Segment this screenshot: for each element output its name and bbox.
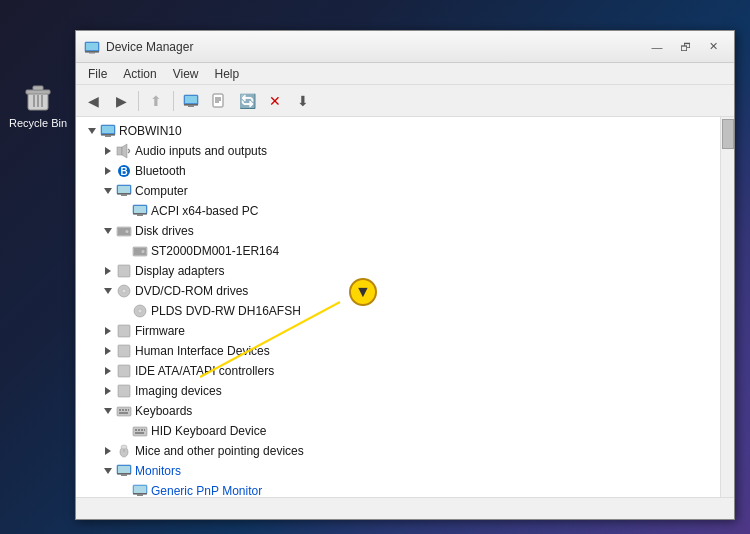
svg-marker-46: [104, 288, 112, 294]
item-label-genericpnp: Generic PnP Monitor: [151, 484, 262, 497]
forward-button[interactable]: ▶: [108, 89, 134, 113]
tree-item-audio[interactable]: Audio inputs and outputs: [76, 141, 720, 161]
item-label-robwin10: ROBWIN10: [119, 124, 182, 138]
arrow-indicator: ▼: [349, 278, 377, 306]
svg-marker-28: [104, 188, 112, 194]
tree-item-monitors[interactable]: Monitors: [76, 461, 720, 481]
svg-rect-20: [102, 126, 114, 133]
tree-item-imaging[interactable]: Imaging devices: [76, 381, 720, 401]
svg-text:B: B: [120, 166, 127, 177]
tree-item-bluetooth[interactable]: BBluetooth: [76, 161, 720, 181]
svg-rect-62: [122, 409, 124, 411]
expander-hid[interactable]: [100, 343, 116, 359]
expander-diskdrives[interactable]: [100, 223, 116, 239]
menu-file[interactable]: File: [80, 65, 115, 83]
svg-marker-76: [104, 468, 112, 474]
svg-rect-69: [141, 429, 143, 431]
item-label-diskdrives: Disk drives: [135, 224, 194, 238]
tree-item-computer[interactable]: Computer: [76, 181, 720, 201]
svg-marker-57: [105, 387, 111, 395]
tree-item-hid[interactable]: Human Interface Devices: [76, 341, 720, 361]
svg-marker-44: [105, 267, 111, 275]
svg-rect-22: [105, 135, 111, 137]
toolbar-sep-1: [138, 91, 139, 111]
toolbar-sep-2: [173, 91, 174, 111]
item-icon-dvdrom: [116, 283, 132, 299]
scrollbar[interactable]: [720, 117, 734, 497]
status-bar: [76, 497, 734, 519]
item-icon-computer: [116, 183, 132, 199]
tree-item-genericpnp[interactable]: Generic PnP Monitor: [76, 481, 720, 497]
svg-rect-80: [121, 474, 127, 476]
window-controls: — 🗗 ✕: [644, 37, 726, 57]
item-label-computer: Computer: [135, 184, 188, 198]
tree-item-plds[interactable]: PLDS DVD-RW DH16AFSH: [76, 301, 720, 321]
tree-item-hidkbd[interactable]: HID Keyboard Device: [76, 421, 720, 441]
tree-item-acpi[interactable]: ACPI x64-based PC: [76, 201, 720, 221]
svg-marker-51: [105, 327, 111, 335]
svg-point-40: [126, 230, 129, 233]
expander-keyboards[interactable]: [100, 403, 116, 419]
expander-audio[interactable]: [100, 143, 116, 159]
item-icon-keyboards: [116, 403, 132, 419]
expander-computer[interactable]: [100, 183, 116, 199]
tree-item-displayadapters[interactable]: Display adapters: [76, 261, 720, 281]
menu-action[interactable]: Action: [115, 65, 164, 83]
properties-button[interactable]: [206, 89, 232, 113]
restore-button[interactable]: 🗗: [672, 37, 698, 57]
expander-bluetooth[interactable]: [100, 163, 116, 179]
item-icon-audio: [116, 143, 132, 159]
expander-imaging[interactable]: [100, 383, 116, 399]
tree-item-ide[interactable]: IDE ATA/ATAPI controllers: [76, 361, 720, 381]
arrow-line: [200, 292, 360, 392]
item-label-bluetooth: Bluetooth: [135, 164, 186, 178]
tree-item-dvdrom[interactable]: DVD/CD-ROM drives: [76, 281, 720, 301]
minimize-button[interactable]: —: [644, 37, 670, 57]
item-label-audio: Audio inputs and outputs: [135, 144, 267, 158]
expander-dvdrom[interactable]: [100, 283, 116, 299]
menu-view[interactable]: View: [165, 65, 207, 83]
item-label-hidkbd: HID Keyboard Device: [151, 424, 266, 438]
item-icon-diskdrives: [116, 223, 132, 239]
tree-item-robwin10[interactable]: ROBWIN10: [76, 121, 720, 141]
menu-help[interactable]: Help: [207, 65, 248, 83]
svg-rect-7: [86, 43, 98, 50]
expander-displayadapters[interactable]: [100, 263, 116, 279]
svg-rect-30: [118, 186, 130, 193]
svg-rect-52: [118, 325, 130, 337]
svg-rect-13: [188, 105, 194, 107]
window-icon: [84, 39, 100, 55]
tree-item-keyboards[interactable]: Keyboards: [76, 401, 720, 421]
down-button[interactable]: ⬇: [290, 89, 316, 113]
svg-point-43: [142, 250, 145, 253]
tree-item-firmware[interactable]: Firmware: [76, 321, 720, 341]
expander-firmware[interactable]: [100, 323, 116, 339]
recycle-bin-icon[interactable]: Recycle Bin: [8, 78, 68, 129]
svg-point-50: [138, 309, 142, 313]
svg-rect-82: [134, 486, 146, 493]
back-button[interactable]: ◀: [80, 89, 106, 113]
remove-button[interactable]: ✕: [262, 89, 288, 113]
device-tree[interactable]: ROBWIN10Audio inputs and outputsBBluetoo…: [76, 117, 720, 497]
item-label-firmware: Firmware: [135, 324, 185, 338]
expander-ide[interactable]: [100, 363, 116, 379]
tree-item-diskdrives[interactable]: Disk drives: [76, 221, 720, 241]
item-label-mice: Mice and other pointing devices: [135, 444, 304, 458]
expander-monitors[interactable]: [100, 463, 116, 479]
tree-item-st2000[interactable]: ST2000DM001-1ER164: [76, 241, 720, 261]
expander-mice[interactable]: [100, 443, 116, 459]
item-icon-st2000: [132, 243, 148, 259]
expander-hidkbd: [116, 423, 132, 439]
svg-rect-9: [89, 52, 95, 54]
item-icon-plds: [132, 303, 148, 319]
svg-marker-72: [105, 447, 111, 455]
svg-rect-32: [121, 194, 127, 196]
refresh-button[interactable]: 🔄: [234, 89, 260, 113]
up-button: ⬆: [143, 89, 169, 113]
item-icon-monitors: [116, 463, 132, 479]
computer-button[interactable]: [178, 89, 204, 113]
expander-robwin10[interactable]: [84, 123, 100, 139]
tree-item-mice[interactable]: Mice and other pointing devices: [76, 441, 720, 461]
svg-rect-84: [137, 494, 143, 496]
close-button[interactable]: ✕: [700, 37, 726, 57]
